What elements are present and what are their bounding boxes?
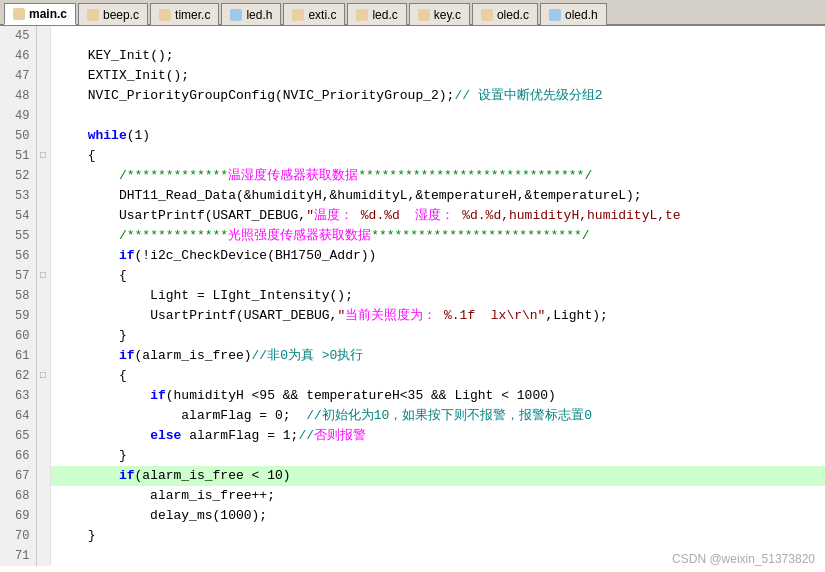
code-line: if(!i2c_CheckDevice(BH1750_Addr)) bbox=[50, 246, 825, 266]
fold-col bbox=[36, 106, 50, 126]
code-line: else alarmFlag = 1;//否则报警 bbox=[50, 426, 825, 446]
line-number: 45 bbox=[0, 26, 36, 46]
code-line: /*************温湿度传感器获取数据****************… bbox=[50, 166, 825, 186]
fold-col bbox=[36, 426, 50, 446]
tab-exti-c[interactable]: exti.c bbox=[283, 3, 345, 25]
fold-col: □ bbox=[36, 266, 50, 286]
fold-col bbox=[36, 226, 50, 246]
table-row: 46 KEY_Init(); bbox=[0, 46, 825, 66]
tab-beep-c[interactable]: beep.c bbox=[78, 3, 148, 25]
fold-col bbox=[36, 466, 50, 486]
line-number: 47 bbox=[0, 66, 36, 86]
code-line: } bbox=[50, 526, 825, 546]
code-line: alarmFlag = 0; //初始化为10，如果按下则不报警，报警标志置0 bbox=[50, 406, 825, 426]
code-line: { bbox=[50, 366, 825, 386]
line-number: 46 bbox=[0, 46, 36, 66]
line-number: 63 bbox=[0, 386, 36, 406]
line-number: 50 bbox=[0, 126, 36, 146]
line-number: 57 bbox=[0, 266, 36, 286]
code-line bbox=[50, 26, 825, 46]
code-line: /*************光照强度传感器获取数据***************… bbox=[50, 226, 825, 246]
fold-col bbox=[36, 406, 50, 426]
code-line: alarm_is_free++; bbox=[50, 486, 825, 506]
table-row: 59 UsartPrintf(USART_DEBUG,"当前关照度为： %.1f… bbox=[0, 306, 825, 326]
fold-col bbox=[36, 126, 50, 146]
fold-col bbox=[36, 66, 50, 86]
table-row: 63 if(humidityH <95 && temperatureH<35 &… bbox=[0, 386, 825, 406]
fold-col: □ bbox=[36, 146, 50, 166]
tab-led-c[interactable]: led.c bbox=[347, 3, 406, 25]
tab-led-h[interactable]: led.h bbox=[221, 3, 281, 25]
code-area: 45 46 KEY_Init(); 47 EXTIX_Init(); 48 bbox=[0, 26, 825, 572]
tab-label: beep.c bbox=[103, 8, 139, 22]
tab-key-c[interactable]: key.c bbox=[409, 3, 470, 25]
tab-icon-timer-c bbox=[159, 9, 171, 21]
line-number: 69 bbox=[0, 506, 36, 526]
table-row: 53 DHT11_Read_Data(&humidityH,&humidityL… bbox=[0, 186, 825, 206]
fold-col bbox=[36, 526, 50, 546]
table-row: 47 EXTIX_Init(); bbox=[0, 66, 825, 86]
table-row: 52 /*************温湿度传感器获取数据*************… bbox=[0, 166, 825, 186]
fold-col bbox=[36, 446, 50, 466]
table-row: 68 alarm_is_free++; bbox=[0, 486, 825, 506]
tab-timer-c[interactable]: timer.c bbox=[150, 3, 219, 25]
fold-col bbox=[36, 26, 50, 46]
table-row: 57 □ { bbox=[0, 266, 825, 286]
table-row: 50 while(1) bbox=[0, 126, 825, 146]
tab-oled-h[interactable]: oled.h bbox=[540, 3, 607, 25]
watermark: CSDN @weixin_51373820 bbox=[672, 552, 815, 566]
tab-label: main.c bbox=[29, 7, 67, 21]
code-line: if(alarm_is_free < 10) bbox=[50, 466, 825, 486]
fold-col bbox=[36, 286, 50, 306]
table-row: 61 if(alarm_is_free)//非0为真 >0执行 bbox=[0, 346, 825, 366]
tab-icon-led-c bbox=[356, 9, 368, 21]
fold-col bbox=[36, 306, 50, 326]
tab-label: led.h bbox=[246, 8, 272, 22]
tab-main-c[interactable]: main.c bbox=[4, 3, 76, 25]
line-number: 56 bbox=[0, 246, 36, 266]
tab-label: led.c bbox=[372, 8, 397, 22]
table-row: 51 □ { bbox=[0, 146, 825, 166]
code-line: while(1) bbox=[50, 126, 825, 146]
tab-label: oled.h bbox=[565, 8, 598, 22]
tab-label: oled.c bbox=[497, 8, 529, 22]
line-number: 64 bbox=[0, 406, 36, 426]
line-number: 70 bbox=[0, 526, 36, 546]
table-row: 45 bbox=[0, 26, 825, 46]
line-number: 53 bbox=[0, 186, 36, 206]
tab-oled-c[interactable]: oled.c bbox=[472, 3, 538, 25]
table-row: 56 if(!i2c_CheckDevice(BH1750_Addr)) bbox=[0, 246, 825, 266]
fold-col bbox=[36, 326, 50, 346]
table-row: 69 delay_ms(1000); bbox=[0, 506, 825, 526]
table-row: 64 alarmFlag = 0; //初始化为10，如果按下则不报警，报警标志… bbox=[0, 406, 825, 426]
tab-icon-exti-c bbox=[292, 9, 304, 21]
code-line: UsartPrintf(USART_DEBUG,"温度： %d.%d 湿度： %… bbox=[50, 206, 825, 226]
table-row: 48 NVIC_PriorityGroupConfig(NVIC_Priorit… bbox=[0, 86, 825, 106]
fold-col bbox=[36, 346, 50, 366]
tab-icon-led-h bbox=[230, 9, 242, 21]
code-line: NVIC_PriorityGroupConfig(NVIC_PriorityGr… bbox=[50, 86, 825, 106]
table-row: 60 } bbox=[0, 326, 825, 346]
line-number: 61 bbox=[0, 346, 36, 366]
line-number: 62 bbox=[0, 366, 36, 386]
table-row: 49 bbox=[0, 106, 825, 126]
code-line: if(alarm_is_free)//非0为真 >0执行 bbox=[50, 346, 825, 366]
line-number: 48 bbox=[0, 86, 36, 106]
line-number: 51 bbox=[0, 146, 36, 166]
fold-col bbox=[36, 246, 50, 266]
code-line: delay_ms(1000); bbox=[50, 506, 825, 526]
code-line bbox=[50, 106, 825, 126]
fold-col bbox=[36, 386, 50, 406]
code-line: } bbox=[50, 326, 825, 346]
tab-label: timer.c bbox=[175, 8, 210, 22]
tab-icon-oled-c bbox=[481, 9, 493, 21]
code-line: { bbox=[50, 146, 825, 166]
line-number: 68 bbox=[0, 486, 36, 506]
fold-col bbox=[36, 206, 50, 226]
tab-icon-beep-c bbox=[87, 9, 99, 21]
fold-col: □ bbox=[36, 366, 50, 386]
fold-col bbox=[36, 546, 50, 566]
tab-icon-main-c bbox=[13, 8, 25, 20]
tab-bar: main.cbeep.ctimer.cled.hexti.cled.ckey.c… bbox=[0, 0, 825, 26]
line-number: 55 bbox=[0, 226, 36, 246]
